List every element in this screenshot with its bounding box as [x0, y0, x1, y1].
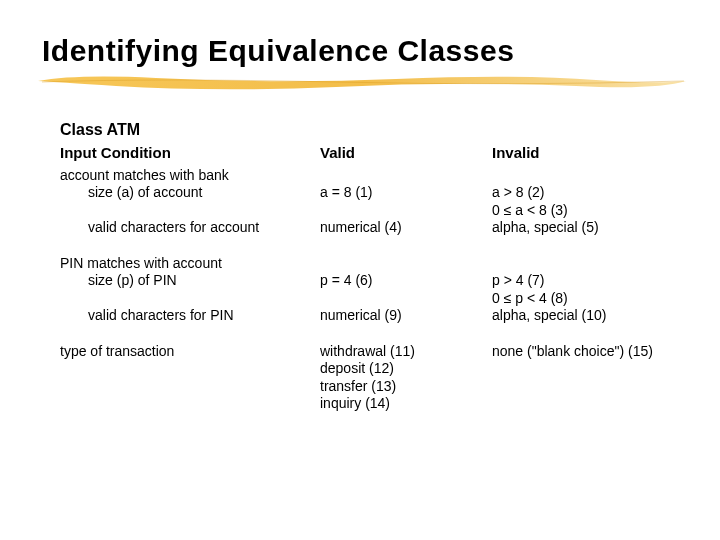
valid-transaction: withdrawal (11) deposit (12) transfer (1…: [320, 343, 492, 413]
row-spacer: [60, 237, 700, 255]
valid-pin-size: p = 4 (6): [320, 272, 492, 307]
invalid-pin-size: p > 4 (7) 0 ≤ p < 4 (8): [492, 272, 700, 307]
cond-pin-chars: valid characters for PIN: [60, 307, 314, 325]
slide: Identifying Equivalence Classes Class AT…: [0, 0, 720, 540]
invalid-account-size: a > 8 (2) 0 ≤ a < 8 (3): [492, 184, 700, 219]
cond-pin-size: size (p) of PIN: [60, 272, 314, 290]
table-row: type of transaction withdrawal (11) depo…: [60, 343, 700, 413]
title-underline: [42, 74, 678, 92]
cond-account-chars: valid characters for account: [60, 219, 314, 237]
col-header-invalid: Invalid: [492, 144, 700, 167]
valid-account-size: a = 8 (1): [320, 184, 492, 219]
table-row: size (a) of account a = 8 (1) a > 8 (2) …: [60, 184, 700, 219]
invalid-transaction: none ("blank choice") (15): [492, 343, 700, 413]
invalid-account-chars: alpha, special (5): [492, 219, 700, 237]
page-title: Identifying Equivalence Classes: [42, 34, 678, 68]
table-row: PIN matches with account: [60, 255, 700, 273]
table-row: account matches with bank: [60, 167, 700, 185]
valid-account-chars: numerical (4): [320, 219, 492, 237]
table-row: size (p) of PIN p = 4 (6) p > 4 (7) 0 ≤ …: [60, 272, 700, 307]
row-spacer: [60, 325, 700, 343]
col-header-valid: Valid: [320, 144, 492, 167]
cond-transaction-type: type of transaction: [60, 343, 320, 413]
group-label-pin: PIN matches with account: [60, 255, 320, 273]
cond-account-size: size (a) of account: [60, 184, 314, 202]
equivalence-table: Input Condition Valid Invalid account ma…: [60, 144, 700, 413]
group-label-account: account matches with bank: [60, 167, 320, 185]
invalid-pin-chars: alpha, special (10): [492, 307, 700, 325]
brush-stroke-icon: [36, 72, 696, 94]
table-row: valid characters for PIN numerical (9) a…: [60, 307, 700, 325]
table-header-row: Input Condition Valid Invalid: [60, 144, 700, 167]
class-heading: Class ATM: [60, 120, 678, 140]
col-header-input: Input Condition: [60, 144, 320, 167]
table-row: valid characters for account numerical (…: [60, 219, 700, 237]
content-area: Class ATM Input Condition Valid Invalid …: [42, 120, 678, 413]
valid-pin-chars: numerical (9): [320, 307, 492, 325]
